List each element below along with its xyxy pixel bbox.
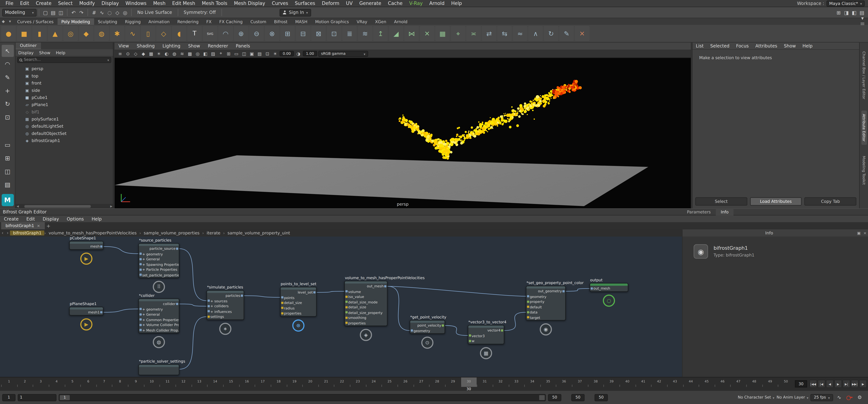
viewport-canvas[interactable]: persp: [115, 58, 691, 208]
ae-menu-attributes[interactable]: Attributes: [752, 43, 781, 48]
sweep-mesh-tool[interactable]: ◠: [218, 26, 233, 41]
node-port-data[interactable]: data: [526, 309, 565, 315]
menu-arnold[interactable]: Arnold: [426, 1, 448, 6]
outliner-scrollbar[interactable]: ◀ ▶: [16, 204, 114, 208]
redo-icon[interactable]: ↷: [78, 8, 85, 16]
move-tool[interactable]: +: [1, 85, 14, 97]
lighting-icon[interactable]: ☀: [156, 50, 162, 57]
frame-tick-25[interactable]: 25: [382, 377, 398, 387]
graph-menu-edit[interactable]: Edit: [23, 216, 39, 221]
outliner-item-defaultlightset[interactable]: ◎defaultLightSet: [16, 123, 113, 130]
frame-tick-13[interactable]: 13: [191, 377, 207, 387]
frame-tick-8[interactable]: 8: [112, 377, 128, 387]
average-vertices-tool[interactable]: ≈: [513, 26, 528, 41]
frame-tick-23[interactable]: 23: [350, 377, 366, 387]
shadows-icon[interactable]: ◐: [163, 50, 170, 57]
graph-node-set-geo-property-point-color[interactable]: *set_geo_property_point_colorout_geometr…: [526, 286, 566, 321]
outliner-menu-help[interactable]: Help: [53, 50, 68, 55]
node-port-detail-size[interactable]: detail_size: [345, 304, 387, 310]
breadcrumb-bifrostgraph1[interactable]: bifrostGraph1: [10, 230, 44, 235]
spin-edge-tool[interactable]: ↻: [544, 26, 559, 41]
outliner-item-top[interactable]: ▣top: [16, 72, 113, 79]
frame-tick-39[interactable]: 39: [603, 377, 619, 387]
bridge-tool[interactable]: ⋈: [404, 26, 419, 41]
node-port-general[interactable]: + General: [139, 312, 179, 317]
node-port-geometry[interactable]: + geometry: [139, 251, 179, 257]
shelf-tab-arnold[interactable]: Arnold: [390, 18, 411, 25]
menu-modify[interactable]: Modify: [76, 1, 98, 6]
node-port-mesh1[interactable]: mesh1: [70, 309, 103, 315]
scene-end-field[interactable]: 50: [595, 394, 608, 401]
connect-tool[interactable]: ≍: [466, 26, 481, 41]
frame-tick-18[interactable]: 18: [271, 377, 287, 387]
node-port-particles[interactable]: particles: [207, 293, 244, 298]
rotate-tool[interactable]: ↻: [1, 98, 14, 110]
close-icon[interactable]: ×: [37, 224, 40, 228]
frame-tick-35[interactable]: 35: [540, 377, 556, 387]
exposure-icon[interactable]: ☀: [272, 50, 278, 57]
frame-tick-50[interactable]: 50: [778, 377, 794, 387]
outliner-item-bif1[interactable]: ◇bif1: [16, 108, 113, 115]
range-start-handle[interactable]: 1: [60, 395, 70, 400]
panel-tab-info[interactable]: Info: [716, 208, 734, 215]
viewport-menu-shading[interactable]: Shading: [133, 44, 159, 48]
breadcrumb-volume-to-mesh-hasproperpointvelocities[interactable]: volume_to_mesh_hasProperPointVelocities: [46, 230, 140, 235]
nav-back-icon[interactable]: ‹: [0, 230, 5, 235]
viewport-menu-panels[interactable]: Panels: [232, 44, 254, 48]
dock-tab-channel-box-layer-editor[interactable]: Channel Box / Layer Editor: [861, 48, 867, 102]
scrollbar-thumb[interactable]: [24, 205, 91, 208]
menu-set-selector[interactable]: Modeling ▾: [2, 8, 36, 16]
mirror-tool[interactable]: ⇄: [482, 26, 497, 41]
graph-node-pplaneshape1[interactable]: pPlaneShape1mesh1▶: [69, 307, 104, 315]
ae-menu-show[interactable]: Show: [781, 43, 799, 48]
select-button[interactable]: Select: [695, 197, 747, 206]
menu-edit[interactable]: Edit: [17, 1, 33, 6]
frame-tick-21[interactable]: 21: [318, 377, 334, 387]
step-forward-frame-button[interactable]: ▶: [834, 380, 842, 388]
node-port-geometry[interactable]: geometry: [526, 294, 565, 299]
frame-tick-19[interactable]: 19: [286, 377, 302, 387]
node-port-point-velocity[interactable]: point_velocity: [410, 323, 444, 328]
menu-deform[interactable]: Deform: [318, 1, 343, 6]
node-state-icon[interactable]: ⊙: [421, 337, 434, 349]
poly-gear-tool[interactable]: ✱: [110, 26, 125, 41]
menu-uv[interactable]: UV: [343, 1, 356, 6]
xray-icon[interactable]: ▨: [210, 50, 216, 57]
node-port-detail-size[interactable]: detail_size: [281, 300, 316, 305]
node-port-target[interactable]: target: [526, 315, 565, 320]
frame-tick-12[interactable]: 12: [176, 377, 191, 387]
poly-helix-tool[interactable]: ∿: [125, 26, 140, 41]
extract-tool[interactable]: ⊠: [311, 26, 326, 41]
separate-tool[interactable]: ⊟: [296, 26, 311, 41]
outliner-item-polysurface1[interactable]: ▦polySurface1: [16, 115, 113, 123]
shelf-tab-rigging[interactable]: Rigging: [121, 18, 145, 25]
node-state-icon[interactable]: ◉: [540, 323, 552, 336]
node-state-icon[interactable]: ⠿: [153, 281, 165, 293]
frame-tick-40[interactable]: 40: [619, 377, 635, 387]
shaded-icon[interactable]: ◆: [140, 50, 147, 57]
node-state-icon[interactable]: ▶: [80, 252, 92, 265]
node-port-properties[interactable]: properties: [345, 320, 387, 326]
graph-node-get-point-velocity[interactable]: *get_point_velocitypoint_velocitygeometr…: [410, 320, 445, 334]
auto-key-button[interactable]: [846, 396, 852, 399]
boolean-difference-tool[interactable]: ⊖: [249, 26, 264, 41]
node-port-properties[interactable]: properties: [281, 310, 316, 316]
gate-mask-icon[interactable]: ▣: [249, 50, 255, 57]
node-port-particle-source[interactable]: particle_source: [139, 246, 179, 251]
node-port-detail-size-property[interactable]: detail_size_property: [345, 310, 387, 315]
frame-tick-17[interactable]: 17: [255, 377, 271, 387]
scale-tool[interactable]: ⊡: [1, 111, 14, 124]
step-forward-key-button[interactable]: ▶|: [843, 380, 850, 388]
node-port-particle-properties[interactable]: + Particle Properties: [139, 267, 179, 272]
anim-layer-selector[interactable]: No Anim Layer ▾: [777, 395, 808, 400]
frame-tick-47[interactable]: 47: [731, 377, 746, 387]
frame-tick-15[interactable]: 15: [223, 377, 239, 387]
persp-outliner-layout[interactable]: ◫: [1, 165, 14, 177]
node-port-volume-collider-pro[interactable]: + Volume Collider Pro...: [139, 322, 179, 328]
search-input[interactable]: Search... ▾: [17, 57, 111, 63]
node-state-icon[interactable]: ▶: [80, 318, 92, 330]
attribute-editor-toggle-icon[interactable]: ◧: [850, 8, 858, 16]
shelf-editor-icon[interactable]: ▾: [859, 15, 866, 21]
tab-outliner[interactable]: Outliner: [16, 42, 41, 49]
outliner-menu-display[interactable]: Display: [16, 50, 36, 55]
